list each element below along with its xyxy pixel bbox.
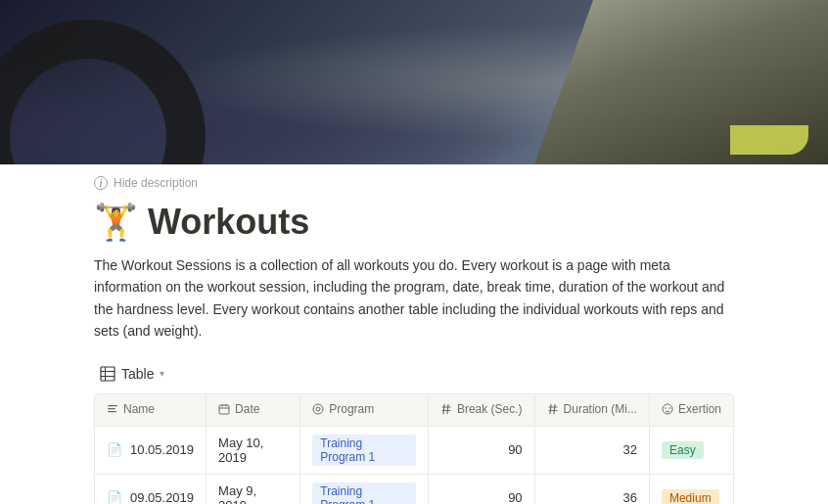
hero-banner — [0, 0, 828, 164]
svg-rect-6 — [108, 411, 116, 412]
hash-icon-duration — [547, 403, 559, 415]
svg-line-13 — [443, 404, 444, 414]
cell-program-1: Training Program 1 — [300, 426, 429, 474]
exertion-tag-2: Medium — [662, 489, 719, 504]
page-title: 🏋️ Workouts — [94, 202, 734, 243]
page-emoji: 🏋️ — [94, 202, 138, 243]
svg-rect-4 — [108, 405, 117, 406]
program-tag-2: Training Program 1 — [312, 482, 416, 504]
svg-line-17 — [550, 404, 551, 414]
col-exertion[interactable]: Exertion — [649, 394, 733, 427]
hide-description-toggle[interactable]: i Hide description — [94, 164, 734, 198]
page-title-text: Workouts — [148, 202, 309, 243]
svg-line-18 — [554, 404, 555, 414]
info-icon: i — [94, 176, 108, 190]
svg-point-12 — [316, 407, 320, 411]
cell-date-2: May 9, 2019 — [207, 474, 300, 504]
svg-point-11 — [313, 404, 323, 414]
calendar-icon — [218, 403, 230, 415]
chevron-down-icon: ▾ — [160, 368, 164, 379]
cell-duration-1: 32 — [534, 426, 649, 474]
svg-point-23 — [668, 407, 670, 409]
cell-name-1: 📄 10.05.2019 — [95, 426, 207, 474]
target-icon — [312, 403, 324, 415]
table-row[interactable]: 📄 10.05.2019 May 10, 2019 Training Progr… — [95, 426, 733, 474]
table-toggle[interactable]: Table ▾ — [94, 362, 170, 386]
col-program[interactable]: Program — [300, 394, 429, 427]
table-icon — [100, 366, 115, 382]
svg-rect-5 — [108, 408, 115, 409]
exertion-tag-1: Easy — [662, 441, 704, 459]
col-duration[interactable]: Duration (Mi... — [534, 394, 649, 427]
col-break[interactable]: Break (Sec.) — [428, 394, 534, 427]
table-toggle-label: Table — [121, 366, 154, 382]
cell-date-1: May 10, 2019 — [207, 426, 300, 474]
cell-duration-2: 36 — [534, 474, 649, 504]
cell-break-2: 90 — [428, 474, 534, 504]
cell-exertion-1: Easy — [649, 426, 733, 474]
table-row[interactable]: 📄 09.05.2019 May 9, 2019 Training Progra… — [95, 474, 733, 504]
doc-icon-1: 📄 — [107, 442, 122, 457]
data-table: Name Date — [94, 393, 734, 504]
cell-exertion-2: Medium — [649, 474, 733, 504]
svg-rect-7 — [219, 405, 229, 414]
svg-rect-0 — [101, 367, 115, 381]
table-header-row: Name Date — [95, 394, 733, 427]
cell-program-2: Training Program 1 — [300, 474, 429, 504]
page-description: The Workout Sessions is a collection of … — [94, 254, 734, 343]
svg-line-14 — [447, 404, 448, 414]
col-name[interactable]: Name — [95, 394, 207, 427]
col-date[interactable]: Date — [207, 394, 300, 427]
cell-name-2: 📄 09.05.2019 — [95, 474, 207, 504]
svg-point-22 — [665, 407, 667, 409]
program-tag-1: Training Program 1 — [312, 435, 416, 466]
hide-description-label: Hide description — [114, 176, 198, 190]
smiley-icon — [662, 403, 673, 415]
doc-icon-2: 📄 — [107, 490, 122, 504]
cell-break-1: 90 — [428, 426, 534, 474]
hash-icon-break — [440, 403, 452, 415]
text-icon — [107, 403, 118, 415]
